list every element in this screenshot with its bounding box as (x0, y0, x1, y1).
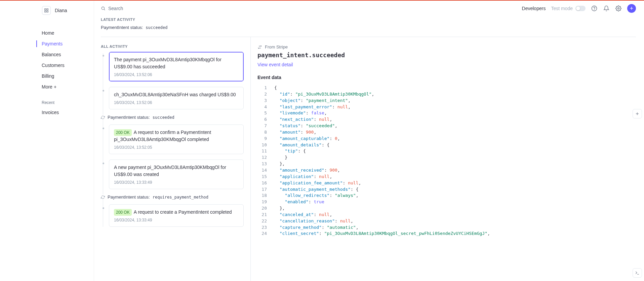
primary-nav: Home Payments Balances Customers Billing… (0, 22, 94, 118)
refresh-icon (101, 195, 105, 199)
notifications-icon[interactable] (603, 5, 610, 12)
activity-card[interactable]: ch_3OuxMvD3L8Amtip30eNaSFnH was charged … (109, 87, 244, 109)
toggle-switch[interactable] (575, 6, 586, 11)
code-content: "client_secret": "pi_3OuxMvD3L8Amtip30KM… (274, 231, 490, 237)
code-line: 9 "amount_capturable": 0, (257, 136, 636, 142)
svg-point-8 (618, 8, 619, 9)
code-content: "amount": 900, (274, 129, 316, 136)
code-line: 1{ (257, 85, 636, 91)
svg-rect-0 (45, 9, 46, 10)
line-number: 10 (257, 142, 267, 148)
code-content: "tip": { (274, 148, 306, 154)
nav-recent-label: Recent (0, 92, 94, 107)
line-number: 14 (257, 167, 267, 174)
code-content: }, (274, 161, 285, 167)
code-content: "object": "payment_intent", (274, 98, 351, 104)
line-number: 3 (257, 98, 267, 104)
line-number: 5 (257, 110, 267, 116)
activity-card[interactable]: 200 OKA request to create a PaymentInten… (109, 204, 244, 227)
status-break-value: succeeded (153, 115, 174, 120)
developers-link[interactable]: Developers (522, 6, 546, 11)
line-number: 13 (257, 161, 267, 167)
test-mode-toggle[interactable]: Test mode (551, 6, 586, 11)
code-line: 18 "allow_redirects": "always", (257, 192, 636, 199)
activity-time: 16/03/2024, 13:52:05 (114, 145, 239, 150)
create-button[interactable]: + (627, 4, 636, 13)
svg-rect-1 (47, 9, 48, 10)
code-line: 19 "enabled": true (257, 199, 636, 205)
code-line: 11 "tip": { (257, 148, 636, 154)
code-content: "amount_received": 900, (274, 167, 340, 174)
line-number: 4 (257, 104, 267, 110)
search-icon (101, 6, 106, 11)
code-line: 16 "application_fee_amount": null, (257, 180, 636, 186)
workspace-name: Diana (55, 8, 67, 13)
activity-time: 16/03/2024, 13:52:06 (114, 72, 239, 77)
status-break: PaymentIntent status: succeeded (101, 115, 244, 120)
code-content: "capture_method": "automatic", (274, 224, 358, 231)
search-input[interactable]: Search (101, 6, 123, 11)
all-activity-heading: ALL ACTIVITY (101, 44, 244, 48)
code-content: "amount_details": { (274, 142, 329, 148)
activity-column: ALL ACTIVITY The payment pi_3OuxMvD3L8Am… (101, 37, 251, 281)
nav-payments[interactable]: Payments (0, 38, 94, 49)
code-content: "application": null, (274, 174, 332, 180)
latest-status-label: PaymentIntent status: (101, 25, 143, 30)
test-mode-label: Test mode (551, 6, 573, 11)
code-line: 6 "next_action": null, (257, 116, 636, 123)
nav-home[interactable]: Home (0, 28, 94, 38)
event-source: From Stripe (257, 44, 636, 49)
activity-card[interactable]: A new payment pi_3OuxMvD3L8Amtip30KMbqgO… (109, 160, 244, 189)
workspace-icon (42, 6, 51, 15)
help-icon[interactable] (591, 5, 598, 12)
code-line: 5 "livemode": false, (257, 110, 636, 116)
event-name: payment_intent.succeeded (257, 51, 636, 59)
console-toggle[interactable] (633, 268, 642, 278)
code-line: 7 "status": "succeeded", (257, 123, 636, 129)
nav-balances[interactable]: Balances (0, 49, 94, 60)
latest-status: PaymentIntent status: succeeded (101, 25, 636, 30)
code-content: { (274, 85, 277, 91)
event-source-label: From Stripe (265, 44, 288, 49)
event-json-viewer[interactable]: 1{2 "id": "pi_3OuxMvD3L8Amtip30KMbqgOl",… (257, 85, 636, 281)
activity-card[interactable]: 200 OKA request to confirm a PaymentInte… (109, 125, 244, 154)
nav-customers[interactable]: Customers (0, 60, 94, 71)
code-line: 2 "id": "pi_3OuxMvD3L8Amtip30KMbqgOl", (257, 91, 636, 98)
activity-text: The payment pi_3OuxMvD3L8Amtip30KMbqgOl … (114, 56, 239, 70)
activity-text: 200 OKA request to create a PaymentInten… (114, 209, 239, 216)
svg-line-5 (104, 9, 105, 10)
side-panel-toggle[interactable] (633, 109, 642, 118)
workspace-switcher[interactable]: Diana (0, 4, 94, 22)
status-badge: 200 OK (114, 129, 132, 136)
activity-card[interactable]: The payment pi_3OuxMvD3L8Amtip30KMbqgOl … (109, 52, 244, 81)
code-content: "application_fee_amount": null, (274, 180, 361, 186)
line-number: 16 (257, 180, 267, 186)
code-line: 4 "last_payment_error": null, (257, 104, 636, 110)
line-number: 24 (257, 231, 267, 237)
view-event-detail-link[interactable]: View event detail (257, 62, 636, 67)
gear-icon[interactable] (615, 5, 622, 12)
activity-text: 200 OKA request to confirm a PaymentInte… (114, 129, 239, 143)
code-content: "livemode": false, (274, 110, 327, 116)
line-number: 8 (257, 129, 267, 136)
svg-rect-3 (45, 11, 46, 12)
timeline: The payment pi_3OuxMvD3L8Amtip30KMbqgOl … (101, 52, 244, 227)
nav-more[interactable]: More + (0, 81, 94, 92)
latest-status-value: succeeded (146, 25, 167, 30)
code-line: 8 "amount": 900, (257, 129, 636, 136)
activity-time: 16/03/2024, 13:33:49 (114, 218, 239, 222)
code-line: 20 }, (257, 205, 636, 212)
code-content: "cancellation_reason": null, (274, 218, 353, 224)
nav-invoices[interactable]: Invoices (0, 107, 94, 118)
code-content: "amount_capturable": 0, (274, 136, 340, 142)
code-content: "allow_redirects": "always", (274, 192, 358, 199)
svg-rect-2 (47, 11, 48, 12)
line-number: 12 (257, 154, 267, 161)
activity-time: 16/03/2024, 13:33:49 (114, 180, 239, 185)
topbar: Search Developers Test mode + (94, 1, 644, 16)
latest-activity-heading: LATEST ACTIVITY (101, 17, 636, 22)
line-number: 9 (257, 136, 267, 142)
svg-point-4 (102, 7, 104, 9)
nav-billing[interactable]: Billing (0, 71, 94, 81)
plus-icon: + (630, 5, 634, 12)
